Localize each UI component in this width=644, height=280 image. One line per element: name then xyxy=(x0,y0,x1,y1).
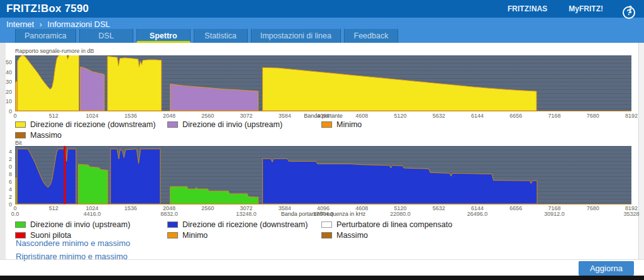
x-tick-label: 6656 xyxy=(509,113,522,119)
x-tick-label: 3584 xyxy=(279,113,291,119)
legend-swatch-icon xyxy=(321,121,332,128)
legend-label: Massimo xyxy=(336,231,368,240)
bit-plot-area xyxy=(15,146,631,204)
snr-legend: Direzione di ricezione (downstream)Direz… xyxy=(15,120,631,140)
tab-dsl[interactable]: DSL xyxy=(79,29,133,43)
snr-y-axis: 01020304050 xyxy=(0,55,14,111)
x-tick-khz-label: 22080.0 xyxy=(390,211,411,217)
legend-item: Direzione di invio (upstream) xyxy=(167,120,321,130)
tab-statistica[interactable]: Statistica xyxy=(194,29,248,43)
x-tick-khz-label: 26496.0 xyxy=(467,211,488,217)
legend-item: Massimo xyxy=(15,130,167,140)
legend-label: Direzione di invio (upstream) xyxy=(182,120,282,129)
snr-x-axis: 0512102415362048256030723584409646085120… xyxy=(15,113,631,119)
legend-label: Minimo xyxy=(182,231,208,240)
legend-label: Perturbatore di linea compensato xyxy=(336,220,452,229)
bit-chart-title: Bit xyxy=(15,140,22,146)
x-tick-label: 5632 xyxy=(433,113,445,119)
x-tick-label: 6144 xyxy=(471,113,484,119)
series-region xyxy=(170,187,258,204)
y-tick-label: 10 xyxy=(6,98,12,104)
nav-myfritz[interactable]: MyFRITZ! xyxy=(569,4,603,13)
legend-label: Minimo xyxy=(336,120,362,129)
x-axis-title: Banda portante xyxy=(304,113,343,119)
x-tick-label: 0 xyxy=(13,113,16,119)
x-tick-khz-label: 8832.0 xyxy=(160,211,178,217)
main-content: Rapporto segnale-rumore in dB 0102030405… xyxy=(0,43,644,280)
series-region xyxy=(17,149,76,204)
legend-item: Massimo xyxy=(321,230,631,240)
x-tick-khz-label: 0.0 xyxy=(11,211,19,217)
y-tick-label: 0 xyxy=(9,108,12,115)
legend-item: Direzione di ricezione (downstream) xyxy=(15,120,167,130)
scrollbar-track[interactable] xyxy=(638,43,644,259)
tab-panoramica[interactable]: Panoramica xyxy=(15,29,76,43)
series-region xyxy=(15,82,16,111)
bit-legend: Direzione di invio (upstream)Direzione d… xyxy=(15,220,631,240)
refresh-button[interactable]: Aggiorna xyxy=(579,261,634,276)
legend-swatch-icon xyxy=(15,232,26,238)
tab-impostazioni-di-linea[interactable]: Impostazioni di linea xyxy=(251,29,341,43)
legend-item: Direzione di invio (upstream) xyxy=(15,220,167,230)
legend-label: Direzione di ricezione (downstream) xyxy=(182,220,308,229)
legend-swatch-icon xyxy=(321,221,332,228)
bit-x-axis-khz: 0.04416.08832.013248.017664.022080.02649… xyxy=(15,211,631,217)
legend-swatch-icon xyxy=(15,121,26,128)
legend-label: Massimo xyxy=(30,131,62,140)
y-tick-label: 20 xyxy=(6,89,12,95)
series-region xyxy=(78,164,108,204)
help-icon[interactable]: ? xyxy=(623,6,635,19)
bit-y-axis: 02468024 xyxy=(0,146,14,204)
footer-divider xyxy=(0,259,644,260)
legend-swatch-icon xyxy=(321,232,332,238)
series-region xyxy=(80,67,104,111)
hide-minmax-link[interactable]: Nascondere minimo e massimo xyxy=(16,238,130,248)
series-region xyxy=(111,149,160,204)
tab-feedback[interactable]: Feedback xyxy=(344,29,398,43)
legend-item: Perturbatore di linea compensato xyxy=(321,220,631,230)
series-region xyxy=(108,57,162,111)
x-tick-label: 3072 xyxy=(240,113,252,119)
series-region xyxy=(263,159,537,204)
x-tick-label: 7168 xyxy=(548,113,560,119)
y-tick-label: 6 xyxy=(9,179,12,185)
x-tick-khz-label: 4416.0 xyxy=(84,211,101,217)
x-tick-label: 1024 xyxy=(86,113,98,119)
y-tick-label: 30 xyxy=(6,79,12,85)
legend-label: Direzione di invio (upstream) xyxy=(30,220,130,229)
y-tick-label: 4 xyxy=(9,186,12,193)
top-header-bar: FRITZ!Box 7590 FRITZ!NAS MyFRITZ! ⋮ xyxy=(0,0,644,18)
legend-item: Direzione di ricezione (downstream) xyxy=(167,220,321,230)
x-tick-label: 2048 xyxy=(163,113,175,119)
tab-spettro[interactable]: Spettro xyxy=(136,29,191,43)
x-axis-title: Banda portante/Frequenza in kHz xyxy=(281,211,366,217)
top-nav: FRITZ!NAS MyFRITZ! ⋮ xyxy=(508,4,636,14)
series-region xyxy=(263,67,536,111)
y-tick-label: 40 xyxy=(6,69,12,76)
y-tick-label: 50 xyxy=(6,59,12,65)
bottom-black-bar xyxy=(0,276,644,280)
series-region xyxy=(170,84,258,111)
x-tick-khz-label: 30912.0 xyxy=(544,211,565,217)
x-tick-label: 1536 xyxy=(125,113,137,119)
breadcrumb-section[interactable]: Internet xyxy=(6,20,34,29)
breadcrumb-bar: Internet › Informazioni DSL PanoramicaDS… xyxy=(0,18,644,43)
x-tick-label: 8192 xyxy=(625,113,638,119)
legend-swatch-icon xyxy=(167,232,178,238)
legend-swatch-icon xyxy=(15,132,26,138)
series-region xyxy=(16,177,16,204)
x-tick-label: 2560 xyxy=(201,113,214,119)
series-region xyxy=(18,55,79,111)
y-tick-label: 4 xyxy=(9,148,12,155)
x-tick-khz-label: 35328 xyxy=(623,211,639,217)
y-tick-label: 0 xyxy=(9,164,12,170)
y-tick-label: 2 xyxy=(9,194,12,200)
nav-fritznas[interactable]: FRITZ!NAS xyxy=(508,4,547,13)
breadcrumb-page: Informazioni DSL xyxy=(47,20,110,29)
legend-swatch-icon xyxy=(167,121,178,128)
legend-item: Minimo xyxy=(321,120,631,130)
breadcrumb-separator-icon: › xyxy=(40,20,42,29)
y-tick-label: 8 xyxy=(9,171,12,177)
legend-swatch-icon xyxy=(167,221,178,228)
legend-swatch-icon xyxy=(15,221,26,228)
